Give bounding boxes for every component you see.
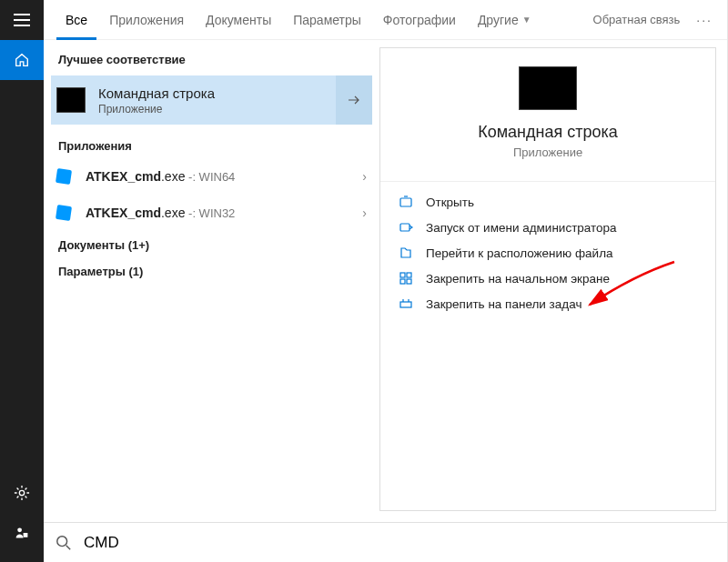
pin-start-icon: [399, 271, 413, 286]
results-column: Лучшее соответствие Командная строка При…: [44, 40, 379, 522]
best-match-item[interactable]: Командная строка Приложение: [51, 75, 372, 125]
main-panel: Все Приложения Документы Параметры Фотог…: [44, 0, 728, 562]
open-icon: [399, 195, 413, 209]
pin-taskbar-icon: [399, 296, 413, 311]
best-match-subtitle: Приложение: [98, 103, 336, 115]
chevron-down-icon: ▼: [522, 15, 531, 25]
action-open-location[interactable]: Перейти к расположению файла: [380, 240, 715, 266]
search-bar: [44, 522, 727, 562]
action-pin-start[interactable]: Закрепить на начальном экране: [380, 266, 715, 291]
action-pin-taskbar[interactable]: Закрепить на панели задач: [380, 291, 715, 316]
svg-rect-2: [24, 533, 28, 537]
left-rail: [0, 0, 44, 562]
chevron-right-icon: ›: [362, 169, 367, 184]
app-result-item[interactable]: ATKEX_cmd.exe -: WIN64 ›: [44, 158, 379, 195]
arrow-right-icon: [347, 93, 361, 107]
search-tabs: Все Приложения Документы Параметры Фотог…: [44, 0, 727, 40]
settings-button[interactable]: [0, 473, 44, 513]
folder-icon: [399, 246, 413, 260]
cmd-thumbnail-icon: [56, 87, 86, 113]
account-button[interactable]: [0, 513, 44, 553]
svg-rect-3: [400, 198, 411, 206]
tab-settings[interactable]: Параметры: [284, 0, 370, 40]
tab-other[interactable]: Другие▼: [469, 0, 541, 40]
svg-rect-6: [407, 273, 411, 277]
tab-photos[interactable]: Фотографии: [374, 0, 465, 40]
section-documents[interactable]: Документы (1+): [44, 231, 379, 257]
more-button[interactable]: ···: [689, 13, 720, 27]
detail-panel: Командная строка Приложение Открыть Запу…: [379, 47, 716, 511]
app-result-name: ATKEX_cmd.exe -: WIN32: [86, 206, 235, 220]
app-result-name: ATKEX_cmd.exe -: WIN64: [86, 169, 235, 184]
svg-rect-7: [400, 279, 405, 284]
tab-all[interactable]: Все: [56, 0, 96, 40]
best-match-title: Командная строка: [98, 85, 336, 101]
feedback-link[interactable]: Обратная связь: [588, 13, 686, 26]
section-best-match: Лучшее соответствие: [44, 45, 379, 72]
search-input[interactable]: [84, 523, 727, 562]
detail-actions: Открыть Запуск от имени администратора П…: [380, 181, 715, 324]
hamburger-button[interactable]: [0, 0, 44, 40]
hamburger-icon: [14, 14, 30, 26]
app-icon: [56, 168, 72, 185]
home-button[interactable]: [0, 40, 44, 80]
svg-rect-9: [400, 302, 411, 307]
svg-rect-4: [400, 224, 410, 231]
section-settings[interactable]: Параметры (1): [44, 257, 379, 284]
search-icon: [44, 535, 84, 551]
detail-title: Командная строка: [380, 123, 715, 142]
tab-apps[interactable]: Приложения: [100, 0, 193, 40]
svg-point-1: [17, 527, 22, 532]
shield-icon: [399, 220, 413, 235]
home-icon: [14, 52, 30, 68]
svg-rect-8: [407, 279, 411, 284]
app-icon: [56, 205, 72, 221]
action-open[interactable]: Открыть: [380, 189, 715, 215]
app-result-item[interactable]: ATKEX_cmd.exe -: WIN32 ›: [44, 195, 379, 231]
expand-arrow-button[interactable]: [336, 75, 372, 125]
action-run-admin[interactable]: Запуск от имени администратора: [380, 215, 715, 240]
account-icon: [15, 526, 29, 540]
svg-rect-5: [400, 273, 405, 277]
gear-icon: [14, 485, 30, 501]
svg-point-10: [57, 536, 67, 546]
section-apps: Приложения: [44, 132, 379, 158]
chevron-right-icon: ›: [362, 206, 367, 220]
detail-thumbnail-icon: [519, 66, 577, 110]
detail-subtitle: Приложение: [380, 146, 715, 159]
tab-documents[interactable]: Документы: [197, 0, 280, 40]
svg-point-0: [19, 490, 24, 495]
